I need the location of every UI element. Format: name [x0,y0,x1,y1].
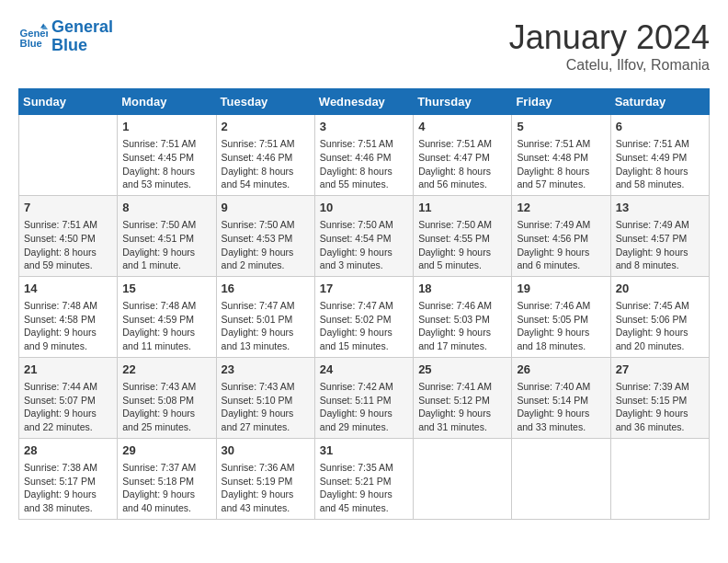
day-number: 29 [122,442,210,459]
calendar-cell: 26Sunrise: 7:40 AMSunset: 5:14 PMDayligh… [512,357,610,438]
day-info: Sunrise: 7:48 AMSunset: 4:59 PMDaylight:… [122,299,210,353]
day-info: Sunrise: 7:46 AMSunset: 5:03 PMDaylight:… [418,299,506,353]
calendar-cell: 6Sunrise: 7:51 AMSunset: 4:49 PMDaylight… [610,115,709,196]
calendar-cell: 19Sunrise: 7:46 AMSunset: 5:05 PMDayligh… [512,276,610,357]
day-number: 28 [24,442,112,459]
day-info: Sunrise: 7:51 AMSunset: 4:46 PMDaylight:… [222,137,310,191]
day-number: 7 [24,200,112,216]
calendar-cell: 23Sunrise: 7:43 AMSunset: 5:10 PMDayligh… [216,357,314,438]
day-info: Sunrise: 7:47 AMSunset: 5:02 PMDaylight:… [320,299,408,353]
day-info: Sunrise: 7:51 AMSunset: 4:49 PMDaylight:… [616,137,704,191]
day-number: 24 [320,362,408,378]
day-info: Sunrise: 7:35 AMSunset: 5:21 PMDaylight:… [320,461,408,515]
day-number: 6 [616,119,704,135]
day-number: 8 [122,200,210,216]
calendar-table: SundayMondayTuesdayWednesdayThursdayFrid… [18,88,710,520]
calendar-cell: 14Sunrise: 7:48 AMSunset: 4:58 PMDayligh… [19,276,118,357]
day-info: Sunrise: 7:40 AMSunset: 5:14 PMDaylight:… [517,380,605,434]
day-number: 2 [222,119,310,135]
day-info: Sunrise: 7:51 AMSunset: 4:50 PMDaylight:… [24,218,112,272]
calendar-cell: 15Sunrise: 7:48 AMSunset: 4:59 PMDayligh… [118,276,216,357]
calendar-cell: 29Sunrise: 7:37 AMSunset: 5:18 PMDayligh… [118,438,216,519]
calendar-cell: 27Sunrise: 7:39 AMSunset: 5:15 PMDayligh… [610,357,709,438]
day-info: Sunrise: 7:50 AMSunset: 4:53 PMDaylight:… [222,218,310,272]
day-info: Sunrise: 7:44 AMSunset: 5:07 PMDaylight:… [24,380,112,434]
calendar-cell: 18Sunrise: 7:46 AMSunset: 5:03 PMDayligh… [414,276,512,357]
calendar-cell: 2Sunrise: 7:51 AMSunset: 4:46 PMDaylight… [216,115,314,196]
day-header: Thursday [414,89,512,115]
day-info: Sunrise: 7:51 AMSunset: 4:46 PMDaylight:… [320,137,408,191]
calendar-cell: 24Sunrise: 7:42 AMSunset: 5:11 PMDayligh… [314,357,413,438]
calendar-cell: 3Sunrise: 7:51 AMSunset: 4:46 PMDaylight… [314,115,413,196]
day-number: 10 [320,200,408,216]
day-info: Sunrise: 7:43 AMSunset: 5:10 PMDaylight:… [222,380,310,434]
calendar-subtitle: Catelu, Ilfov, Romania [509,57,710,74]
calendar-cell: 16Sunrise: 7:47 AMSunset: 5:01 PMDayligh… [216,276,314,357]
header-row: SundayMondayTuesdayWednesdayThursdayFrid… [19,89,710,115]
calendar-cell: 21Sunrise: 7:44 AMSunset: 5:07 PMDayligh… [19,357,118,438]
calendar-week-row: 21Sunrise: 7:44 AMSunset: 5:07 PMDayligh… [19,357,710,438]
day-info: Sunrise: 7:42 AMSunset: 5:11 PMDaylight:… [320,380,408,434]
day-header: Tuesday [216,89,314,115]
calendar-week-row: 28Sunrise: 7:38 AMSunset: 5:17 PMDayligh… [19,438,710,519]
calendar-title: January 2024 [509,18,710,57]
calendar-cell [512,438,610,519]
day-header: Saturday [610,89,709,115]
day-number: 1 [122,119,210,135]
calendar-cell: 31Sunrise: 7:35 AMSunset: 5:21 PMDayligh… [314,438,413,519]
logo-line2: Blue [51,36,87,54]
calendar-cell: 13Sunrise: 7:49 AMSunset: 4:57 PMDayligh… [610,195,709,276]
day-number: 3 [320,119,408,135]
day-info: Sunrise: 7:45 AMSunset: 5:06 PMDaylight:… [616,299,704,353]
day-header: Wednesday [314,89,413,115]
day-info: Sunrise: 7:51 AMSunset: 4:45 PMDaylight:… [122,137,210,191]
logo-line1: General [51,17,113,36]
day-info: Sunrise: 7:43 AMSunset: 5:08 PMDaylight:… [122,380,210,434]
calendar-cell: 20Sunrise: 7:45 AMSunset: 5:06 PMDayligh… [610,276,709,357]
day-info: Sunrise: 7:37 AMSunset: 5:18 PMDaylight:… [122,461,210,515]
calendar-cell: 5Sunrise: 7:51 AMSunset: 4:48 PMDaylight… [512,115,610,196]
calendar-cell: 1Sunrise: 7:51 AMSunset: 4:45 PMDaylight… [118,115,216,196]
calendar-cell: 25Sunrise: 7:41 AMSunset: 5:12 PMDayligh… [414,357,512,438]
calendar-cell: 7Sunrise: 7:51 AMSunset: 4:50 PMDaylight… [19,195,118,276]
calendar-cell: 17Sunrise: 7:47 AMSunset: 5:02 PMDayligh… [314,276,413,357]
day-number: 20 [616,281,704,297]
day-number: 18 [418,281,506,297]
calendar-week-row: 7Sunrise: 7:51 AMSunset: 4:50 PMDaylight… [19,195,710,276]
day-number: 31 [320,442,408,459]
calendar-cell [610,438,709,519]
day-info: Sunrise: 7:36 AMSunset: 5:19 PMDaylight:… [222,461,310,515]
title-block: January 2024 Catelu, Ilfov, Romania [509,18,710,74]
day-number: 5 [517,119,605,135]
day-info: Sunrise: 7:49 AMSunset: 4:57 PMDaylight:… [616,218,704,272]
day-number: 25 [418,362,506,378]
day-info: Sunrise: 7:50 AMSunset: 4:54 PMDaylight:… [320,218,408,272]
day-info: Sunrise: 7:41 AMSunset: 5:12 PMDaylight:… [418,380,506,434]
day-number: 9 [222,200,310,216]
calendar-cell: 8Sunrise: 7:50 AMSunset: 4:51 PMDaylight… [118,195,216,276]
day-number: 21 [24,362,112,378]
day-info: Sunrise: 7:46 AMSunset: 5:05 PMDaylight:… [517,299,605,353]
day-number: 26 [517,362,605,378]
day-info: Sunrise: 7:50 AMSunset: 4:51 PMDaylight:… [122,218,210,272]
day-number: 16 [222,281,310,297]
day-info: Sunrise: 7:49 AMSunset: 4:56 PMDaylight:… [517,218,605,272]
day-number: 23 [222,362,310,378]
calendar-week-row: 1Sunrise: 7:51 AMSunset: 4:45 PMDaylight… [19,115,710,196]
day-number: 15 [122,281,210,297]
day-header: Sunday [19,89,118,115]
calendar-cell: 10Sunrise: 7:50 AMSunset: 4:54 PMDayligh… [314,195,413,276]
calendar-cell: 30Sunrise: 7:36 AMSunset: 5:19 PMDayligh… [216,438,314,519]
day-info: Sunrise: 7:50 AMSunset: 4:55 PMDaylight:… [418,218,506,272]
day-number: 4 [418,119,506,135]
calendar-cell: 11Sunrise: 7:50 AMSunset: 4:55 PMDayligh… [414,195,512,276]
day-info: Sunrise: 7:51 AMSunset: 4:47 PMDaylight:… [418,137,506,191]
calendar-cell: 12Sunrise: 7:49 AMSunset: 4:56 PMDayligh… [512,195,610,276]
calendar-cell [19,115,118,196]
logo-text: General Blue [51,18,113,55]
calendar-week-row: 14Sunrise: 7:48 AMSunset: 4:58 PMDayligh… [19,276,710,357]
day-number: 17 [320,281,408,297]
day-header: Monday [118,89,216,115]
day-number: 30 [222,442,310,459]
calendar-cell: 22Sunrise: 7:43 AMSunset: 5:08 PMDayligh… [118,357,216,438]
